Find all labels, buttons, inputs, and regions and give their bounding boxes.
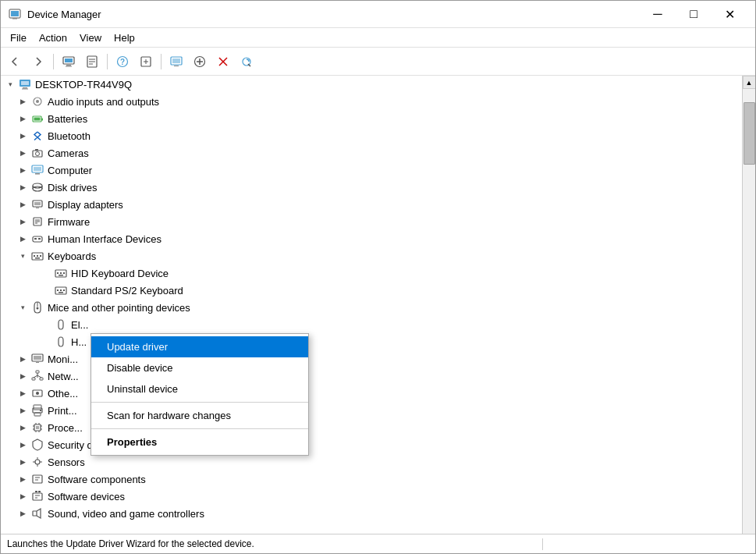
svg-rect-83 xyxy=(34,405,41,410)
expand-computer[interactable]: ▶ xyxy=(16,164,29,176)
tree-item-display[interactable]: ▶ Display adapters xyxy=(1,196,742,213)
mouse1-icon xyxy=(55,318,67,331)
expand-cameras[interactable]: ▶ xyxy=(16,147,29,159)
expand-keyboards[interactable]: ▾ xyxy=(16,250,29,262)
toolbar-add-button[interactable] xyxy=(189,51,211,73)
expand-sw-devices[interactable]: ▶ xyxy=(16,490,29,503)
computer-icon xyxy=(19,78,31,91)
menu-file[interactable]: File xyxy=(4,28,33,47)
help-icon: ? xyxy=(116,55,129,68)
window-controls: ─ □ ✕ xyxy=(640,1,747,28)
expand-security[interactable]: ▶ xyxy=(16,439,29,451)
expand-root[interactable]: ▾ xyxy=(4,78,16,91)
scrollbar-thumb[interactable] xyxy=(744,102,755,165)
tree-item-hid-keyboard[interactable]: ▶ HID Keyboard Device xyxy=(1,265,742,282)
tree-item-batteries[interactable]: ▶ Batteries xyxy=(1,110,742,127)
ctx-uninstall-device[interactable]: Uninstall device xyxy=(91,378,308,400)
tree-item-firmware[interactable]: ▶ Firmware xyxy=(1,213,742,230)
tree-item-keyboards[interactable]: ▾ Keyboards xyxy=(1,247,742,265)
disk-icon xyxy=(31,181,44,194)
ctx-separator-2 xyxy=(91,428,308,429)
scroll-up-button[interactable]: ▲ xyxy=(743,76,756,89)
expand-bluetooth[interactable]: ▶ xyxy=(16,130,29,142)
tree-item-sw-components[interactable]: ▶ Software components xyxy=(1,471,742,488)
toolbar-scan-button[interactable] xyxy=(236,51,257,73)
expand-sw-components[interactable]: ▶ xyxy=(16,473,29,485)
ctx-scan-hardware[interactable]: Scan for hardware changes xyxy=(91,405,308,426)
expand-monitors[interactable]: ▶ xyxy=(16,353,29,365)
expand-print[interactable]: ▶ xyxy=(16,404,29,417)
svg-rect-74 xyxy=(36,362,39,363)
expand-sensors[interactable]: ▶ xyxy=(16,456,29,468)
toolbar-monitor-button[interactable] xyxy=(165,51,187,73)
expand-hid[interactable]: ▶ xyxy=(16,233,29,245)
svg-point-71 xyxy=(37,307,39,310)
keyboard-icon xyxy=(31,250,44,262)
toolbar-separator-2 xyxy=(107,54,108,69)
expand-disk[interactable]: ▶ xyxy=(16,181,29,194)
toolbar-computer-button[interactable] xyxy=(58,51,80,73)
svg-rect-52 xyxy=(33,236,42,242)
svg-rect-58 xyxy=(40,255,41,257)
ctx-update-driver[interactable]: Update driver xyxy=(91,336,308,357)
tree-item-ps2-keyboard[interactable]: ▶ Standard PS/2 Keyboard xyxy=(1,282,742,299)
svg-rect-53 xyxy=(34,238,37,240)
mice-icon xyxy=(31,301,44,314)
hid-icon xyxy=(31,233,44,245)
status-bar: Launches the Update Driver Wizard for th… xyxy=(1,534,755,553)
close-button[interactable]: ✕ xyxy=(712,1,747,28)
tree-item-ps2-keyboard-label: Standard PS/2 Keyboard xyxy=(69,285,183,297)
expand-mice[interactable]: ▾ xyxy=(16,301,29,314)
svg-text:?: ? xyxy=(120,58,125,66)
tree-item-mice[interactable]: ▾ Mice and other pointing devices xyxy=(1,299,742,316)
tree-item-cameras[interactable]: ▶ Cameras xyxy=(1,144,742,162)
menu-view[interactable]: View xyxy=(73,28,108,47)
toolbar-forward-button[interactable] xyxy=(27,51,49,73)
vertical-scrollbar[interactable]: ▲ xyxy=(742,76,755,534)
tree-item-disk[interactable]: ▶ Disk drives xyxy=(1,179,742,196)
toolbar-remove-button[interactable] xyxy=(212,51,234,73)
tree-item-batteries-label: Batteries xyxy=(46,113,87,125)
expand-firmware[interactable]: ▶ xyxy=(16,215,29,228)
toolbar-help-button[interactable]: ? xyxy=(112,51,133,73)
expand-display[interactable]: ▶ xyxy=(16,198,29,211)
maximize-button[interactable]: □ xyxy=(676,1,712,28)
tree-item-sw-devices[interactable]: ▶ Software devices xyxy=(1,488,742,505)
tree-item-print-label: Print... xyxy=(46,405,77,417)
svg-rect-68 xyxy=(63,289,65,291)
ctx-properties[interactable]: Properties xyxy=(91,431,308,453)
expand-network[interactable]: ▶ xyxy=(16,370,29,382)
menu-help[interactable]: Help xyxy=(108,28,141,47)
tree-item-root-label: DESKTOP-TR44V9Q xyxy=(34,79,132,91)
expand-audio[interactable]: ▶ xyxy=(16,95,29,108)
svg-point-31 xyxy=(36,100,39,103)
menu-action[interactable]: Action xyxy=(33,28,73,47)
minimize-button[interactable]: ─ xyxy=(640,1,676,28)
device-tree[interactable]: ▾ DESKTOP-TR44V9Q ▶ xyxy=(1,76,742,534)
svg-rect-33 xyxy=(41,119,43,121)
toolbar-properties-button[interactable] xyxy=(81,51,103,73)
tree-item-audio[interactable]: ▶ Audio inputs and outputs xyxy=(1,93,742,110)
expand-processors[interactable]: ▶ xyxy=(16,421,29,434)
tree-item-sensors[interactable]: ▶ Sensors xyxy=(1,453,742,471)
svg-rect-67 xyxy=(60,289,62,291)
tree-item-sound[interactable]: ▶ Sound, video and game controllers xyxy=(1,505,742,522)
context-menu: Update driver Disable device Uninstall d… xyxy=(91,333,309,456)
tree-item-root[interactable]: ▾ DESKTOP-TR44V9Q xyxy=(1,76,742,93)
svg-rect-76 xyxy=(32,378,35,380)
expand-batteries[interactable]: ▶ xyxy=(16,112,29,125)
tree-item-mouse1[interactable]: ▶ El... xyxy=(1,316,742,333)
tree-item-hid[interactable]: ▶ Human Interface Devices xyxy=(1,230,742,247)
tree-item-bluetooth[interactable]: ▶ Bluetooth xyxy=(1,127,742,144)
expand-other[interactable]: ▶ xyxy=(16,387,29,400)
tree-item-computer[interactable]: ▶ Computer xyxy=(1,162,742,179)
svg-point-82 xyxy=(36,392,39,395)
toolbar-back-button[interactable] xyxy=(4,51,26,73)
display-icon xyxy=(31,198,44,211)
toolbar-settings-button[interactable] xyxy=(135,51,157,73)
battery-icon xyxy=(31,112,44,125)
keyboard-device-icon xyxy=(55,267,67,279)
bluetooth-icon xyxy=(31,130,44,142)
ctx-disable-device[interactable]: Disable device xyxy=(91,357,308,378)
expand-sound[interactable]: ▶ xyxy=(16,507,29,520)
